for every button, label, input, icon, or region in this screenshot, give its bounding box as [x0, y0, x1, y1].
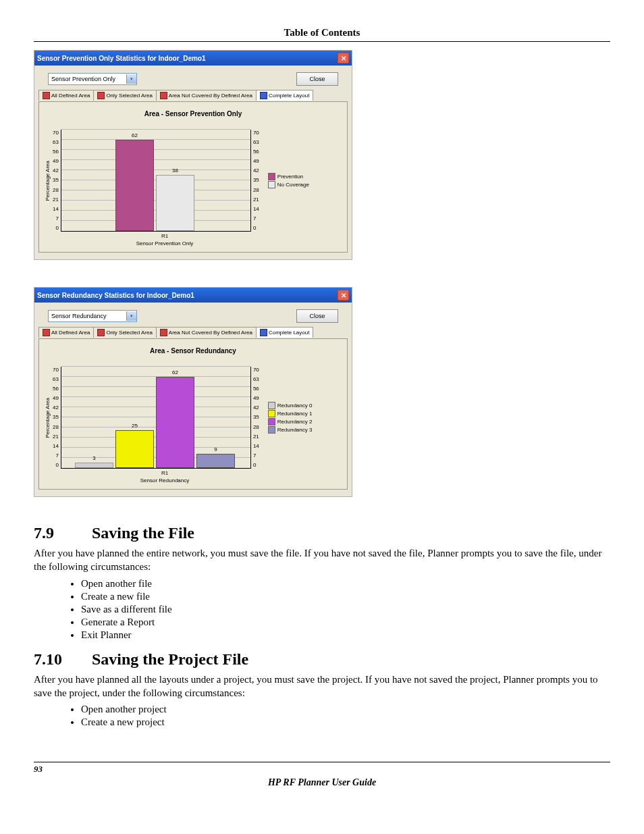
plot-area: 325629	[61, 367, 251, 469]
tab-content: Area - Sensor Redundancy Percentage Area…	[38, 338, 348, 490]
yaxis-label: Percentage Area	[43, 398, 51, 438]
list-item: Create a new project	[81, 716, 610, 728]
chart-area: Percentage Area 70635649423528211470 623…	[43, 130, 343, 232]
close-button[interactable]: Close	[296, 72, 338, 86]
tab-icon	[160, 329, 167, 336]
section-7-9-para: After you have planned the entire networ…	[34, 546, 610, 574]
tab-complete-layout[interactable]: Complete Layout	[256, 327, 313, 338]
dialog-toolbar: Sensor Prevention Only ▾ Close	[34, 66, 352, 90]
xaxis-labels: R1 Sensor Redundancy	[70, 470, 259, 484]
window-close-icon[interactable]: ✕	[338, 53, 349, 63]
yaxis-label: Percentage Area	[43, 161, 51, 201]
tab-content: Area - Sensor Prevention Only Percentage…	[38, 101, 348, 253]
tab-icon	[97, 329, 105, 336]
tab-only-selected-area[interactable]: Only Selected Area	[93, 327, 156, 338]
tab-all-defined-area[interactable]: All Defined Area	[38, 327, 94, 338]
footer-title: HP RF Planner User Guide	[34, 777, 610, 788]
list-item: Open another file	[81, 578, 610, 590]
chevron-down-icon: ▾	[126, 311, 136, 321]
view-select[interactable]: Sensor Redundancy ▾	[48, 310, 137, 322]
yaxis-ticks-left: 70635649423528211470	[51, 130, 61, 231]
tab-icon	[260, 92, 267, 99]
tab-area-not-covered[interactable]: Area Not Covered By Defined Area	[156, 90, 257, 101]
chart-title: Area - Sensor Prevention Only	[43, 110, 343, 118]
select-value: Sensor Prevention Only	[49, 76, 126, 82]
tab-all-defined-area[interactable]: All Defined Area	[38, 90, 94, 101]
section-7-10-list: Open another projectCreate a new project	[81, 704, 610, 728]
tab-complete-layout[interactable]: Complete Layout	[256, 90, 313, 101]
list-item: Open another project	[81, 704, 610, 715]
view-select[interactable]: Sensor Prevention Only ▾	[48, 73, 137, 85]
chart-title: Area - Sensor Redundancy	[43, 347, 343, 355]
list-item: Create a new file	[81, 591, 610, 602]
list-item: Save as a different file	[81, 604, 610, 615]
page-footer: 93 HP RF Planner User Guide	[34, 762, 610, 788]
section-7-10-heading: 7.10 Saving the Project File	[34, 650, 610, 669]
tab-icon	[43, 92, 50, 99]
page-number: 93	[34, 764, 610, 775]
list-item: Generate a Report	[81, 617, 610, 628]
dialog-title: Sensor Redundancy Statistics for Indoor_…	[37, 292, 194, 299]
tabs: All Defined Area Only Selected Area Area…	[34, 90, 352, 101]
select-value: Sensor Redundancy	[49, 313, 126, 319]
yaxis-ticks-right: 70635649423528211470	[251, 130, 261, 231]
chart-legend: PreventionNo Coverage	[268, 172, 309, 189]
section-7-10-para: After you have planned all the layouts u…	[34, 673, 610, 700]
section-7-9-list: Open another fileCreate a new fileSave a…	[81, 578, 610, 641]
chart-legend: Redundancy 0Redundancy 1Redundancy 2Redu…	[268, 401, 313, 434]
close-button[interactable]: Close	[296, 309, 338, 323]
tabs: All Defined Area Only Selected Area Area…	[34, 327, 352, 338]
xaxis-labels: R1 Sensor Prevention Only	[70, 233, 259, 246]
list-item: Exit Planner	[81, 629, 610, 641]
page-header: Table of Contents	[34, 27, 610, 42]
dialog-titlebar: Sensor Prevention Only Statistics for In…	[34, 51, 352, 66]
chevron-down-icon: ▾	[126, 74, 136, 84]
dialog-title: Sensor Prevention Only Statistics for In…	[37, 55, 206, 62]
section-7-9-heading: 7.9 Saving the File	[34, 524, 610, 542]
tab-area-not-covered[interactable]: Area Not Covered By Defined Area	[156, 327, 257, 338]
tab-icon	[260, 329, 267, 336]
dialog-sensor-redundancy: Sensor Redundancy Statistics for Indoor_…	[34, 287, 352, 497]
dialog-titlebar: Sensor Redundancy Statistics for Indoor_…	[34, 288, 352, 303]
dialog-toolbar: Sensor Redundancy ▾ Close	[34, 303, 352, 327]
plot-area: 6238	[61, 130, 251, 232]
tab-icon	[160, 92, 167, 99]
dialog-sensor-prevention: Sensor Prevention Only Statistics for In…	[34, 50, 352, 260]
section-number: 7.9	[34, 524, 88, 542]
section-title: Saving the File	[92, 524, 194, 542]
yaxis-ticks-left: 70635649423528211470	[51, 367, 61, 468]
section-title: Saving the Project File	[92, 650, 248, 668]
yaxis-ticks-right: 70635649423528211470	[251, 367, 261, 468]
tab-icon	[43, 329, 50, 336]
tab-only-selected-area[interactable]: Only Selected Area	[93, 90, 156, 101]
chart-area: Percentage Area 70635649423528211470 325…	[43, 367, 343, 469]
tab-icon	[97, 92, 105, 99]
window-close-icon[interactable]: ✕	[338, 290, 349, 301]
section-number: 7.10	[34, 650, 88, 669]
